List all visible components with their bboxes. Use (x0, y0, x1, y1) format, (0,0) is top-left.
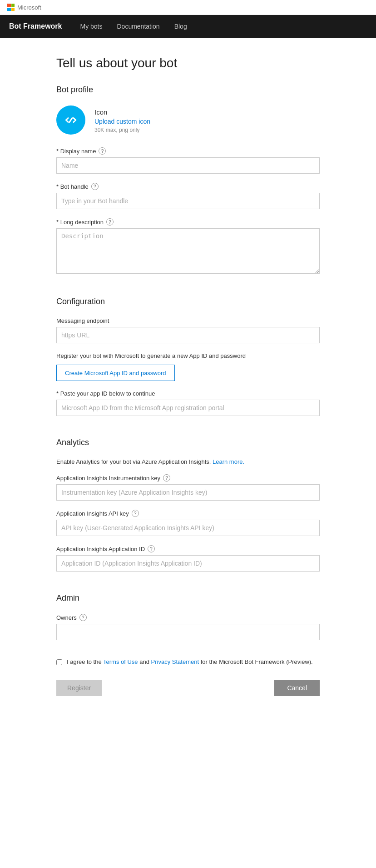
bot-profile-section-title: Bot profile (56, 85, 320, 95)
ms-top-bar: Microsoft (0, 0, 376, 15)
messaging-endpoint-label-text: Messaging endpoint (56, 317, 109, 324)
owners-group: Owners ? v-nosohl@microsoft.com (56, 614, 320, 640)
messaging-endpoint-group: Messaging endpoint (56, 317, 320, 343)
api-key-group: Application Insights API key ? (56, 510, 320, 536)
analytics-section: Analytics (56, 438, 320, 447)
terms-text: I agree to the Terms of Use and Privacy … (67, 658, 313, 665)
register-button[interactable]: Register (56, 680, 102, 696)
api-key-help-icon[interactable]: ? (132, 510, 139, 517)
application-id-label-text: Application Insights Application ID (56, 546, 145, 552)
nav-link-blog[interactable]: Blog (174, 21, 187, 32)
admin-section: Admin Owners ? v-nosohl@microsoft.com (56, 593, 320, 640)
application-id-input[interactable] (56, 555, 320, 572)
bot-icon (56, 105, 85, 135)
analytics-learn-more-link[interactable]: Learn more. (213, 458, 244, 465)
terms-row: I agree to the Terms of Use and Privacy … (56, 658, 320, 665)
nav-link-documentation[interactable]: Documentation (117, 21, 159, 32)
display-name-label-text: * Display name (56, 148, 96, 155)
long-description-label: * Long description ? (56, 218, 320, 226)
main-content: Tell us about your bot Bot profile Icon … (47, 38, 329, 723)
bot-handle-label-text: * Bot handle (56, 183, 89, 190)
cancel-button[interactable]: Cancel (274, 680, 320, 696)
icon-info: Icon Upload custom icon 30K max, png onl… (94, 105, 150, 133)
ms-logo-grid (7, 4, 15, 11)
footer-buttons: Register Cancel (56, 680, 320, 696)
messaging-endpoint-input[interactable] (56, 327, 320, 343)
api-key-label-text: Application Insights API key (56, 510, 129, 517)
owners-input[interactable]: v-nosohl@microsoft.com (56, 624, 320, 640)
icon-area: Icon Upload custom icon 30K max, png onl… (56, 105, 320, 135)
instrumentation-key-label: Application Insights Instrumentation key… (56, 474, 320, 482)
paste-app-id-label: * Paste your app ID below to continue (56, 390, 320, 397)
terms-plain1: I agree to the (67, 658, 102, 665)
configuration-section: Configuration (56, 297, 320, 306)
display-name-help-icon[interactable]: ? (99, 147, 106, 155)
register-app-text: Register your bot with Microsoft to gene… (56, 352, 320, 359)
display-name-input[interactable] (56, 157, 320, 174)
bot-icon-svg (63, 112, 79, 128)
long-description-help-icon[interactable]: ? (106, 218, 114, 226)
ms-logo-text: Microsoft (17, 4, 41, 11)
nav-bar: Bot Framework My bots Documentation Blog (0, 15, 376, 38)
messaging-endpoint-label: Messaging endpoint (56, 317, 320, 324)
instrumentation-key-group: Application Insights Instrumentation key… (56, 474, 320, 501)
analytics-section-title: Analytics (56, 438, 320, 447)
application-id-group: Application Insights Application ID ? (56, 545, 320, 572)
instrumentation-key-input[interactable] (56, 484, 320, 501)
page-title: Tell us about your bot (56, 56, 320, 70)
application-id-label: Application Insights Application ID ? (56, 545, 320, 552)
privacy-statement-link[interactable]: Privacy Statement (151, 658, 199, 665)
icon-hint: 30K max, png only (94, 127, 150, 133)
terms-of-use-link[interactable]: Terms of Use (103, 658, 138, 665)
configuration-section-title: Configuration (56, 297, 320, 306)
owners-help-icon[interactable]: ? (79, 614, 87, 621)
display-name-label: * Display name ? (56, 147, 320, 155)
bot-handle-help-icon[interactable]: ? (91, 183, 99, 190)
analytics-description: Enable Analytics for your bot via Azure … (56, 458, 320, 465)
display-name-group: * Display name ? (56, 147, 320, 174)
app-id-input[interactable] (56, 400, 320, 416)
long-description-label-text: * Long description (56, 219, 104, 226)
create-app-id-button[interactable]: Create Microsoft App ID and password (56, 365, 175, 381)
long-description-group: * Long description ? (56, 218, 320, 275)
ms-logo: Microsoft (7, 4, 41, 11)
bot-handle-group: * Bot handle ? (56, 183, 320, 209)
instrumentation-key-label-text: Application Insights Instrumentation key (56, 475, 160, 482)
nav-links: My bots Documentation Blog (80, 21, 187, 32)
upload-custom-icon-link[interactable]: Upload custom icon (94, 118, 150, 125)
nav-brand: Bot Framework (9, 22, 62, 30)
terms-plain3: for the Microsoft Bot Framework (Preview… (201, 658, 313, 665)
admin-section-title: Admin (56, 593, 320, 603)
application-id-help-icon[interactable]: ? (148, 545, 155, 552)
terms-checkbox[interactable] (56, 659, 62, 665)
paste-app-id-group: * Paste your app ID below to continue (56, 390, 320, 416)
paste-app-id-label-text: * Paste your app ID below to continue (56, 390, 155, 397)
analytics-desc-text: Enable Analytics for your bot via Azure … (56, 458, 211, 465)
api-key-label: Application Insights API key ? (56, 510, 320, 517)
owners-label: Owners ? (56, 614, 320, 621)
instrumentation-key-help-icon[interactable]: ? (163, 474, 170, 482)
terms-and-text: and (139, 658, 149, 665)
long-description-textarea[interactable] (56, 228, 320, 274)
bot-handle-input[interactable] (56, 193, 320, 209)
nav-link-my-bots[interactable]: My bots (80, 21, 102, 32)
icon-label: Icon (94, 108, 150, 116)
owners-label-text: Owners (56, 614, 77, 621)
api-key-input[interactable] (56, 520, 320, 536)
bot-handle-label: * Bot handle ? (56, 183, 320, 190)
